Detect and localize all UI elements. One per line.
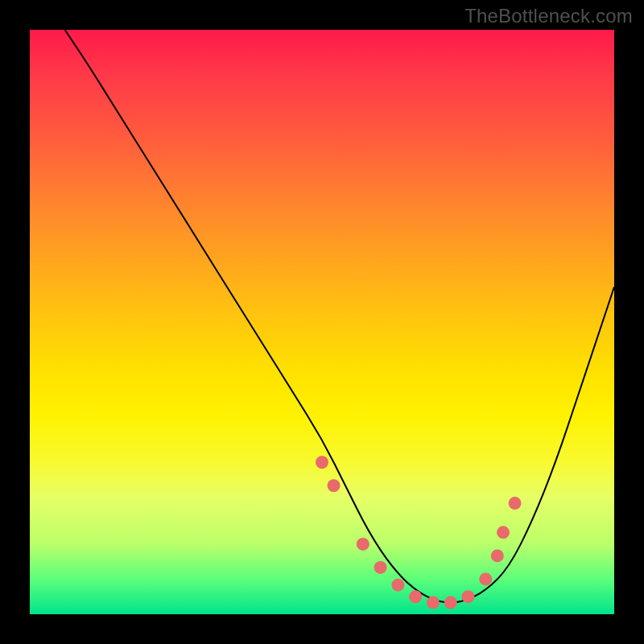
plot-area <box>30 30 614 614</box>
marker-dot <box>316 456 328 469</box>
watermark-text: TheBottleneck.com <box>464 5 633 27</box>
marker-dot <box>497 526 510 539</box>
marker-dot <box>462 590 475 603</box>
markers-layer <box>30 30 614 614</box>
marker-dot <box>328 479 341 492</box>
marker-dot <box>509 497 522 510</box>
marker-dot <box>374 561 387 574</box>
chart-frame: TheBottleneck.com <box>0 0 644 644</box>
marker-dot <box>409 590 422 603</box>
marker-dot <box>444 596 457 609</box>
marker-dots-group <box>316 456 522 609</box>
marker-dot <box>427 596 440 609</box>
marker-dot <box>357 538 369 551</box>
marker-dot <box>479 572 492 585</box>
marker-dot <box>491 549 504 562</box>
marker-dot <box>391 579 404 592</box>
